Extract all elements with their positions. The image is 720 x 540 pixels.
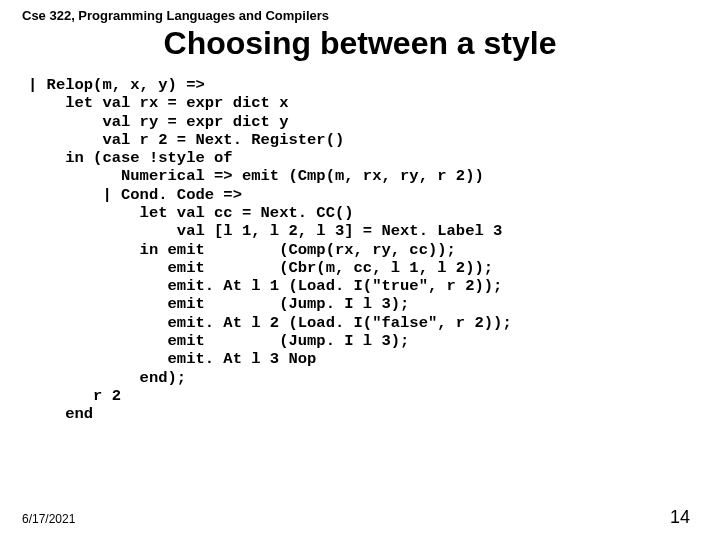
footer-page-number: 14 xyxy=(670,507,690,528)
course-label: Cse 322, Programming Languages and Compi… xyxy=(22,8,698,23)
footer-date: 6/17/2021 xyxy=(22,512,75,526)
slide: Cse 322, Programming Languages and Compi… xyxy=(0,0,720,540)
slide-title: Choosing between a style xyxy=(22,25,698,62)
code-block: | Relop(m, x, y) => let val rx = expr di… xyxy=(28,76,698,423)
